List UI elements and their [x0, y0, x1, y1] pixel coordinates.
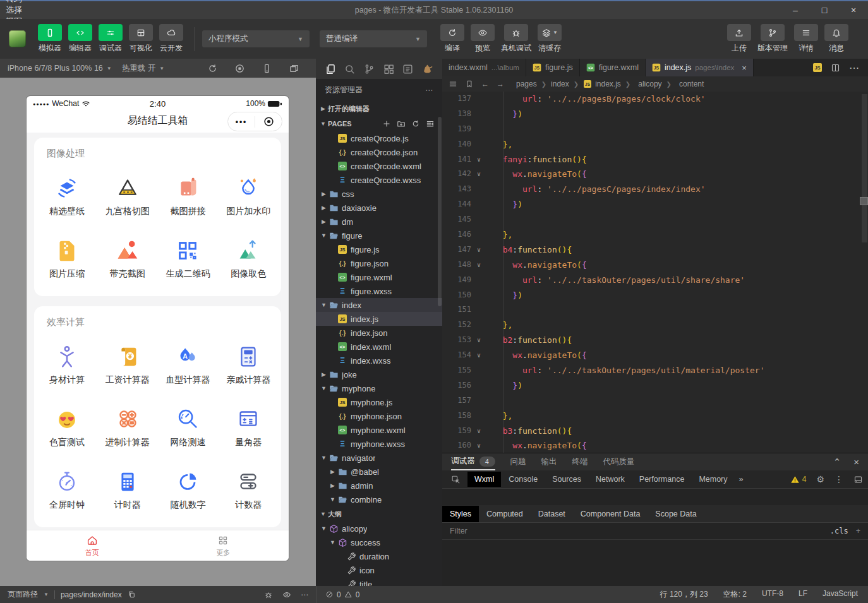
- files-icon[interactable]: [325, 63, 337, 75]
- collapse-all-icon[interactable]: [426, 119, 435, 128]
- language-mode[interactable]: JavaScript: [823, 589, 858, 600]
- breadcrumb-item[interactable]: index: [551, 80, 569, 88]
- app-item[interactable]: 图片压缩: [37, 236, 97, 280]
- breadcrumb-item[interactable]: pages: [516, 80, 537, 88]
- search-icon[interactable]: [344, 63, 356, 75]
- compile-mode-dropdown[interactable]: 普通编译 ▼: [320, 30, 427, 47]
- styles-tab-computed[interactable]: Computed: [479, 506, 531, 522]
- filter-input[interactable]: Filter: [450, 527, 467, 535]
- gear-icon[interactable]: ⚙: [816, 474, 824, 484]
- tree-item[interactable]: ▼alicopy: [316, 522, 442, 535]
- mini-program-content[interactable]: 图像处理精选壁纸九宫格切图截图拼接图片加水印图片压缩带壳截图生成二维码图像取色效…: [27, 133, 289, 530]
- app-item[interactable]: 生成二维码: [158, 236, 219, 280]
- devtools-tab-sources[interactable]: Sources: [545, 472, 588, 487]
- refresh-icon[interactable]: [411, 119, 420, 128]
- app-item[interactable]: 截图拼接: [158, 174, 219, 217]
- app-item[interactable]: A血型计算器: [158, 342, 219, 386]
- tree-item[interactable]: Ξmyphone.wxss: [316, 437, 442, 451]
- fold-icon[interactable]: ∨: [471, 424, 486, 439]
- app-item[interactable]: 精选壁纸: [37, 174, 97, 217]
- real-device-debug-button[interactable]: 真机调试: [501, 24, 531, 54]
- editor-tab[interactable]: index.wxml...\album: [442, 59, 526, 76]
- tree-item[interactable]: ▶admin: [316, 479, 442, 493]
- devtools-tab-wxml[interactable]: Wxml: [467, 472, 501, 487]
- tree-item[interactable]: JSindex.js: [316, 312, 442, 326]
- fold-icon[interactable]: ∨: [471, 167, 486, 182]
- debugger-button[interactable]: 调试器: [99, 24, 123, 54]
- app-item[interactable]: 计时器: [97, 467, 158, 511]
- indentation-setting[interactable]: 空格: 2: [723, 589, 747, 600]
- fold-icon[interactable]: ∨: [471, 438, 486, 453]
- maximize-button[interactable]: □: [810, 1, 839, 19]
- debug-icon[interactable]: [264, 590, 273, 599]
- outline-list-icon[interactable]: [449, 80, 457, 88]
- tree-item[interactable]: Ξindex.wxss: [316, 354, 442, 367]
- cursor-position[interactable]: 行 120，列 23: [660, 589, 708, 600]
- tree-item[interactable]: ▼myphone: [316, 381, 442, 395]
- tree-item[interactable]: ▼combine: [316, 493, 442, 506]
- open-editors-section[interactable]: ▶ 打开的编辑器: [316, 101, 442, 116]
- fold-icon[interactable]: ∨: [471, 348, 486, 363]
- project-avatar[interactable]: [9, 30, 26, 47]
- styles-tab-component-data[interactable]: Component Data: [573, 506, 648, 522]
- tree-item[interactable]: {.}figure.json: [316, 256, 442, 270]
- hot-reload-toggle[interactable]: 热重载 开: [122, 63, 155, 74]
- eol-setting[interactable]: LF: [799, 589, 807, 600]
- simulator-button[interactable]: 模拟器: [38, 24, 62, 54]
- app-item[interactable]: 图片加水印: [218, 174, 279, 217]
- breadcrumb-item[interactable]: JSindex.js: [583, 80, 621, 88]
- close-minimize-button[interactable]: [255, 116, 282, 128]
- close-button[interactable]: ×: [839, 1, 868, 19]
- app-item[interactable]: 色盲测试: [37, 405, 97, 448]
- more-menu-button[interactable]: •••: [228, 117, 255, 126]
- forward-icon[interactable]: →: [497, 80, 504, 88]
- app-item[interactable]: 量角器: [218, 405, 279, 448]
- tree-item[interactable]: ΞcreateQrcode.wxss: [316, 173, 442, 187]
- app-item[interactable]: ¥工资计算器: [97, 342, 158, 386]
- breadcrumb-item[interactable]: alicopy: [635, 80, 661, 88]
- version-control-button[interactable]: 版本管理: [757, 24, 788, 54]
- debugger-tab[interactable]: 终端: [572, 453, 588, 470]
- upload-button[interactable]: 上传: [727, 24, 751, 54]
- tree-item[interactable]: ▶daxiaoxie: [316, 201, 442, 215]
- editor-tab[interactable]: <>figure.wxml: [580, 59, 646, 76]
- devtools-tab-performance[interactable]: Performance: [632, 472, 692, 487]
- styles-tab-styles[interactable]: Styles: [442, 506, 479, 522]
- tree-item[interactable]: JScreateQrcode.js: [316, 131, 442, 145]
- devtools-tab-console[interactable]: Console: [502, 472, 545, 487]
- more-actions-icon[interactable]: ⋯: [425, 86, 433, 95]
- outline-section[interactable]: ▼ 大纲: [316, 506, 442, 522]
- tree-item[interactable]: ▶dm: [316, 215, 442, 229]
- inspect-element-icon[interactable]: [447, 472, 464, 486]
- app-item[interactable]: 计数器: [218, 467, 279, 511]
- menu-item[interactable]: 选择: [0, 4, 69, 16]
- fold-icon[interactable]: ∨: [471, 258, 486, 273]
- clear-cache-button[interactable]: ▼清缓存: [538, 24, 562, 54]
- preview-button[interactable]: 预览: [471, 24, 495, 54]
- close-tab-icon[interactable]: ×: [742, 63, 747, 73]
- tree-item[interactable]: <>createQrcode.wxml: [316, 159, 442, 173]
- tree-item[interactable]: Ξfigure.wxss: [316, 284, 442, 298]
- devtools-tab-memory[interactable]: Memory: [692, 472, 734, 487]
- preview-icon[interactable]: [282, 590, 291, 599]
- new-file-icon[interactable]: [382, 119, 391, 128]
- more-tabs-icon[interactable]: »: [739, 475, 744, 484]
- tree-item[interactable]: <>index.wxml: [316, 340, 442, 354]
- tree-item[interactable]: <>figure.wxml: [316, 270, 442, 284]
- git-branch-icon[interactable]: [363, 63, 375, 75]
- warning-count-badge[interactable]: 4: [790, 475, 807, 484]
- styles-tab-scope-data[interactable]: Scope Data: [648, 506, 704, 522]
- bookmark-icon[interactable]: [465, 80, 474, 88]
- fold-icon[interactable]: ∨: [471, 152, 486, 167]
- cloud-dev-button[interactable]: 云开发: [159, 24, 183, 54]
- device-icon[interactable]: [262, 63, 272, 74]
- tree-item[interactable]: icon: [316, 563, 442, 577]
- app-item[interactable]: 全屏时钟: [37, 467, 97, 511]
- problems-indicator[interactable]: 0 0: [316, 586, 368, 603]
- editor-button[interactable]: 编辑器: [68, 24, 92, 54]
- tree-item[interactable]: ▼figure: [316, 229, 442, 242]
- tree-item[interactable]: ▶@babel: [316, 465, 442, 479]
- tree-item[interactable]: JSfigure.js: [316, 242, 442, 256]
- tree-item[interactable]: {.}myphone.json: [316, 409, 442, 423]
- debugger-tab[interactable]: 代码质量: [603, 453, 635, 470]
